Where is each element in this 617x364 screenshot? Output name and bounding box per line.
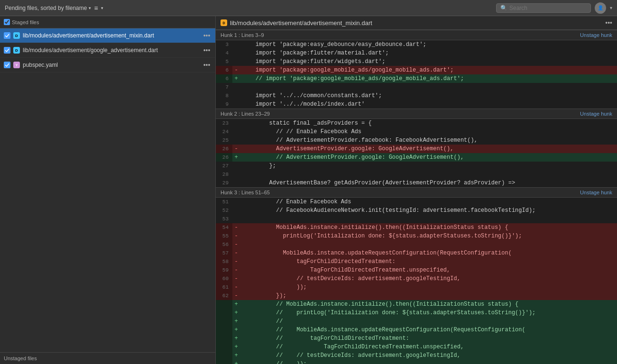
line-number <box>216 343 232 351</box>
line-content: // FacebookAudienceNetwork.init(testingI… <box>240 206 617 215</box>
line-content: // AdvertisementProvider.facebook: Faceb… <box>240 136 617 145</box>
line-sign <box>232 100 240 109</box>
line-number: 24 <box>216 127 232 136</box>
line-number <box>216 326 232 334</box>
file-header-dart-icon: D <box>221 19 227 26</box>
code-line: + // MobileAds.instance.updateRequestCon… <box>216 326 617 334</box>
line-content: printLog('Initialization done: ${status.… <box>240 232 617 240</box>
right-panel: D lib/modules/advertisement/advertisemen… <box>216 16 617 364</box>
line-number: 27 <box>216 162 232 170</box>
staged-files-label: Staged files <box>12 19 39 25</box>
line-number: 52 <box>216 206 232 215</box>
list-dropdown-arrow[interactable]: ▾ <box>101 6 103 10</box>
code-line: 6- import 'package:google_mobile_ads/goo… <box>216 66 617 74</box>
line-number: 6 <box>216 66 232 74</box>
code-line: 9 import '../../models/index.dart' <box>216 100 617 109</box>
line-content: }; <box>240 162 617 170</box>
user-dropdown-arrow[interactable]: ▾ <box>610 5 612 10</box>
file-header-name: lib/modules/advertisement/advertisement_… <box>230 19 602 27</box>
line-content: // printLog('Initialization done: ${stat… <box>240 309 617 317</box>
file-list-item[interactable]: Dlib/modules/advertisement/google_advert… <box>0 43 215 58</box>
top-bar-left: Pending files, sorted by filename ▾ ≡ ▾ <box>5 4 103 12</box>
code-line: 56- <box>216 240 617 249</box>
sort-dropdown[interactable]: Pending files, sorted by filename ▾ <box>5 5 91 11</box>
line-content: // <box>240 317 617 326</box>
diff-content[interactable]: Hunk 1 : Lines 3–9Unstage hunk3 import '… <box>216 30 617 364</box>
file-checkbox[interactable] <box>4 62 10 68</box>
line-number: 23 <box>216 119 232 127</box>
line-number: 7 <box>216 83 232 91</box>
unstage-hunk-button[interactable]: Unstage hunk <box>580 111 612 117</box>
hunk-header: Hunk 1 : Lines 3–9Unstage hunk <box>216 30 617 40</box>
line-sign <box>232 215 240 223</box>
file-name-label: lib/modules/advertisement/advertisement_… <box>23 32 199 39</box>
line-number: 9 <box>216 100 232 109</box>
line-sign: + <box>232 309 240 317</box>
line-sign <box>232 206 240 215</box>
line-content: // // Enable Facebook Ads <box>240 127 617 136</box>
line-content: // testDeviceIds: advertisement.googleTe… <box>240 274 617 283</box>
line-content: // MobileAds.instance.initialize().then(… <box>240 300 617 309</box>
line-number <box>216 317 232 326</box>
line-number: 6 <box>216 74 232 83</box>
file-list-item[interactable]: Dlib/modules/advertisement/advertisement… <box>0 28 215 43</box>
staged-files-header: Staged files <box>0 16 215 28</box>
code-line: 25 // AdvertisementProvider.facebook: Fa… <box>216 136 617 145</box>
line-sign: + <box>232 326 240 334</box>
file-list-item[interactable]: Ypubspec.yaml••• <box>0 58 215 73</box>
user-avatar[interactable]: 👤 <box>595 2 606 14</box>
hunk-header: Hunk 2 : Lines 23–29Unstage hunk <box>216 109 617 119</box>
line-number: 3 <box>216 40 232 49</box>
code-line: 24 // // Enable Facebook Ads <box>216 127 617 136</box>
staged-files-checkbox[interactable] <box>4 19 10 25</box>
line-content: import '../../common/constants.dart'; <box>240 91 617 100</box>
line-sign: + <box>232 343 240 351</box>
code-line: 28 <box>216 170 617 179</box>
file-header-more-button[interactable]: ••• <box>605 19 612 27</box>
line-content: // tagForChildDirectedTreatment: <box>240 334 617 343</box>
line-sign <box>232 40 240 49</box>
file-more-button[interactable]: ••• <box>202 60 212 70</box>
code-line: 51 // Enable Facebook Ads <box>216 198 617 206</box>
code-line: + // TagForChildDirectedTreatment.unspec… <box>216 343 617 351</box>
search-input[interactable] <box>509 5 580 11</box>
line-content <box>240 215 617 223</box>
code-line: + // printLog('Initialization done: ${st… <box>216 309 617 317</box>
line-content: // TagForChildDirectedTreatment.unspecif… <box>240 343 617 351</box>
file-checkbox[interactable] <box>4 32 10 39</box>
code-line: + // )); <box>216 360 617 364</box>
unstage-hunk-button[interactable]: Unstage hunk <box>580 190 612 195</box>
unstage-hunk-button[interactable]: Unstage hunk <box>580 32 612 38</box>
line-sign: - <box>232 266 240 274</box>
line-content: import 'package:easy_debounce/easy_debou… <box>240 40 617 49</box>
sort-dropdown-arrow: ▾ <box>89 6 91 10</box>
code-line: 26+ // AdvertisementProvider.google: Goo… <box>216 153 617 162</box>
line-number: 56 <box>216 240 232 249</box>
line-content: // Enable Facebook Ads <box>240 198 617 206</box>
line-number <box>216 334 232 343</box>
file-more-button[interactable]: ••• <box>202 46 212 55</box>
line-content: }); <box>240 291 617 300</box>
search-box[interactable]: 🔍 <box>496 3 591 13</box>
line-content: // // testDeviceIds: advertisement.googl… <box>240 351 617 360</box>
line-sign: + <box>232 334 240 343</box>
code-line: + // // testDeviceIds: advertisement.goo… <box>216 351 617 360</box>
file-checkbox[interactable] <box>4 47 10 54</box>
line-number: 28 <box>216 170 232 179</box>
code-line: 4 import 'package:flutter/material.dart'… <box>216 49 617 57</box>
file-more-button[interactable]: ••• <box>202 31 212 40</box>
line-sign: - <box>232 291 240 300</box>
left-panel: Staged files Dlib/modules/advertisement/… <box>0 16 216 364</box>
line-sign: - <box>232 145 240 153</box>
line-sign: + <box>232 317 240 326</box>
list-view-icon[interactable]: ≡ <box>94 4 98 12</box>
code-line: 6+ // import 'package:google_mobile_ads/… <box>216 74 617 83</box>
line-number <box>216 351 232 360</box>
line-number: 60 <box>216 274 232 283</box>
line-sign <box>232 179 240 187</box>
unstaged-files-label: Unstaged files <box>4 355 37 361</box>
line-content: tagForChildDirectedTreatment: <box>240 257 617 266</box>
top-bar: Pending files, sorted by filename ▾ ≡ ▾ … <box>0 0 617 16</box>
line-sign: - <box>232 223 240 232</box>
code-line: + // tagForChildDirectedTreatment: <box>216 334 617 343</box>
